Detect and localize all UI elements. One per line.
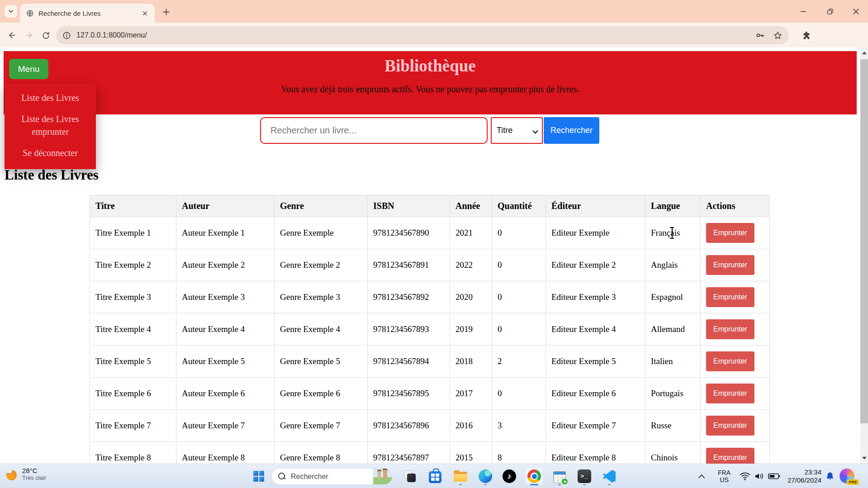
scrollbar-down-icon[interactable] (860, 454, 868, 463)
url-text: 127.0.0.1:8000/menu/ (76, 31, 147, 39)
new-tab-icon[interactable] (160, 6, 172, 18)
cell-actions: Emprunter (701, 442, 770, 464)
language-indicator[interactable]: FRA US (714, 464, 735, 488)
cell-isbn: 9781234567893 (368, 313, 450, 346)
wifi-button[interactable] (738, 464, 752, 488)
reload-icon[interactable] (39, 28, 52, 42)
cell-auteur: Auteur Exemple 3 (176, 281, 275, 313)
chevron-down-icon (8, 9, 14, 14)
wifi-icon (740, 472, 750, 481)
cell-annee: 2016 (450, 410, 492, 442)
chrome-button[interactable] (525, 467, 543, 485)
database-icon (553, 471, 566, 483)
emprunter-button[interactable]: Emprunter (706, 416, 754, 436)
taskbar-search-placeholder: Rechercher (291, 473, 328, 481)
copilot-button[interactable]: PRE (840, 469, 854, 483)
cell-genre: Genre Exemple 8 (275, 442, 368, 464)
extensions-puzzle-icon[interactable] (800, 28, 813, 42)
cell-langue: Russe (645, 410, 701, 442)
cell-editeur: Editeur Exemple 6 (546, 378, 645, 410)
cell-langue: Anglais (645, 249, 701, 281)
search-box-castle-image (373, 468, 392, 485)
weather-description: Très clair (22, 474, 46, 482)
back-icon[interactable] (5, 28, 19, 42)
battery-button[interactable] (766, 464, 782, 488)
file-explorer-button[interactable] (451, 467, 470, 485)
menu-item-liste-des-livres[interactable]: Liste des Livres (5, 91, 96, 104)
close-window-icon[interactable] (845, 0, 866, 23)
cell-quantite: 0 (492, 378, 546, 410)
database-tool-button[interactable] (550, 467, 569, 485)
search-filter-select[interactable]: Titre (491, 117, 543, 144)
tray-chevron-button[interactable] (694, 464, 709, 488)
tab-search-chevron-button[interactable] (5, 5, 17, 18)
cell-editeur: Editeur Exemple 8 (546, 442, 645, 464)
password-key-icon[interactable] (755, 30, 765, 40)
cell-titre: Titre Exemple 4 (90, 313, 176, 346)
cell-isbn: 9781234567891 (368, 249, 450, 281)
emprunter-button[interactable]: Emprunter (706, 255, 754, 275)
emprunter-button[interactable]: Emprunter (706, 319, 754, 339)
cell-auteur: Auteur Exemple 7 (176, 410, 275, 442)
tiktok-button[interactable]: ♪ (500, 467, 518, 485)
cell-isbn: 9781234567895 (368, 378, 450, 410)
cell-genre: Genre Exemple (275, 217, 368, 249)
taskbar: 28°C Très clair Rechercher (0, 464, 868, 488)
menu-item-liste-des-livres-emprunter[interactable]: Liste des Livres emprunter (5, 113, 96, 138)
cell-annee: 2018 (450, 346, 492, 378)
forward-icon[interactable] (22, 28, 36, 42)
cell-titre: Titre Exemple 6 (90, 378, 176, 410)
weather-widget[interactable]: 28°C Très clair (5, 467, 46, 482)
taskbar-search-box[interactable]: Rechercher (271, 468, 393, 485)
microsoft-store-button[interactable] (426, 467, 444, 485)
table-row: Titre Exemple 7 Auteur Exemple 7 Genre E… (90, 410, 770, 442)
vscode-icon (603, 470, 616, 483)
emprunter-button[interactable]: Emprunter (706, 287, 754, 307)
search-input[interactable] (260, 117, 488, 144)
cell-isbn: 9781234567892 (368, 281, 450, 313)
scrollbar-thumb[interactable] (860, 59, 868, 423)
edge-button[interactable] (476, 467, 494, 485)
books-table: Titre Auteur Genre ISBN Année Quantité É… (90, 195, 770, 464)
table-row: Titre Exemple 4 Auteur Exemple 4 Genre E… (90, 313, 770, 346)
emprunter-button[interactable]: Emprunter (706, 351, 754, 371)
url-bar[interactable]: 127.0.0.1:8000/menu/ (56, 26, 789, 44)
emprunter-button[interactable]: Emprunter (706, 448, 754, 464)
close-tab-icon[interactable] (140, 9, 149, 18)
task-view-icon (401, 467, 419, 485)
vscode-button[interactable] (600, 467, 618, 485)
scrollbar-up-icon[interactable] (860, 48, 868, 57)
search-submit-button[interactable]: Rechercher (544, 117, 599, 144)
cell-genre: Genre Exemple 3 (275, 281, 368, 313)
menu-item-se-deconnecter[interactable]: Se déconnecter (5, 147, 96, 159)
edge-icon (479, 469, 492, 483)
tiktok-icon: ♪ (503, 469, 516, 483)
weather-temperature: 28°C (22, 467, 46, 474)
browser-tab[interactable]: Recherche de Livres (20, 4, 155, 23)
volume-button[interactable] (753, 464, 766, 488)
emprunter-button[interactable]: Emprunter (706, 384, 754, 403)
bookmark-star-icon[interactable] (773, 31, 783, 40)
col-header-isbn: ISBN (368, 195, 450, 217)
page-scrollbar[interactable] (860, 47, 868, 464)
cell-isbn: 9781234567896 (368, 410, 450, 442)
site-info-icon[interactable] (62, 31, 71, 40)
table-row: Titre Exemple 1 Auteur Exemple 1 Genre E… (90, 217, 770, 249)
cell-titre: Titre Exemple 3 (90, 281, 176, 313)
cell-annee: 2020 (450, 281, 492, 313)
minimize-icon[interactable] (793, 0, 814, 23)
cell-actions: Emprunter (701, 249, 770, 281)
cell-actions: Emprunter (701, 281, 770, 313)
cell-actions: Emprunter (701, 313, 770, 346)
start-button[interactable] (250, 467, 268, 485)
cell-titre: Titre Exemple 2 (90, 249, 176, 281)
clock-widget[interactable]: 23:34 27/06/2024 (784, 464, 821, 488)
windows-logo-icon (253, 471, 264, 482)
cell-langue: Allemand (645, 313, 701, 346)
notifications-button[interactable] (823, 464, 837, 488)
task-view-button[interactable] (401, 467, 419, 485)
terminal-button[interactable]: >_ (575, 467, 593, 485)
emprunter-button[interactable]: Emprunter (706, 223, 754, 243)
cell-editeur: Editeur Exemple 2 (546, 249, 645, 281)
restore-icon[interactable] (820, 0, 840, 23)
